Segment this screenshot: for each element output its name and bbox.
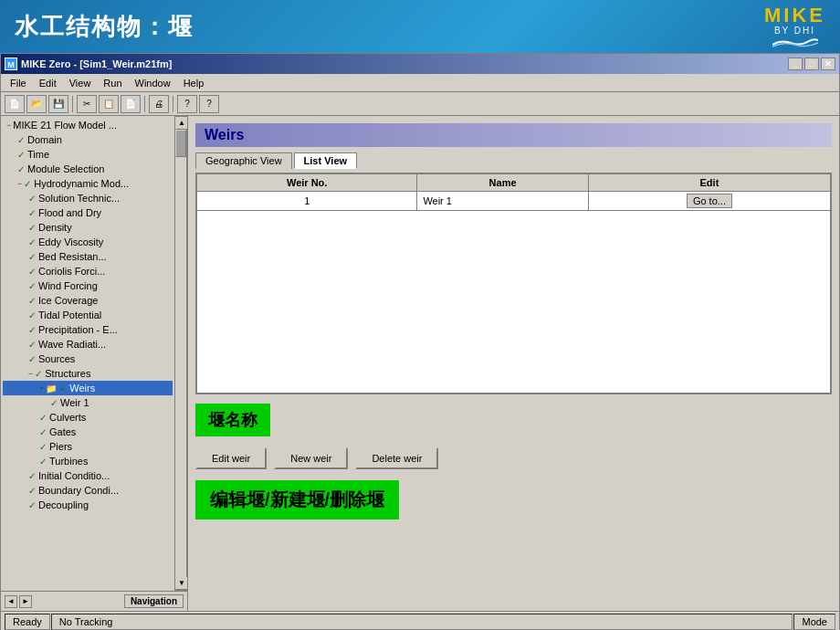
- wave-icon: [772, 37, 818, 48]
- bottom-buttons: Edit weir New weir Delete weir: [195, 447, 832, 469]
- tree-check-icon: ✓: [17, 135, 25, 145]
- help2-button[interactable]: ?: [199, 95, 219, 113]
- maximize-button[interactable]: □: [804, 58, 819, 70]
- col-name: Name: [417, 174, 588, 192]
- tree-item[interactable]: ✓Coriolis Forci...: [3, 264, 173, 278]
- save-button[interactable]: 💾: [48, 95, 68, 113]
- tree-item[interactable]: ✓Flood and Dry: [3, 205, 173, 220]
- tree-item[interactable]: ✓Weir 1: [3, 395, 173, 410]
- help-button[interactable]: ?: [177, 95, 197, 113]
- cell-weir-no: 1: [197, 192, 417, 211]
- tree-item[interactable]: +📁✓Weirs: [3, 381, 173, 395]
- cell-edit: Go to...: [588, 192, 830, 211]
- tree-item[interactable]: ✓Turbines: [3, 454, 173, 468]
- tree-panel: −MIKE 21 Flow Model ...✓Domain✓Time✓Modu…: [1, 116, 188, 611]
- table-row: 1 Weir 1 Go to...: [197, 192, 831, 211]
- tree-item[interactable]: ✓Tidal Potential: [3, 308, 173, 322]
- tree-item-label: Weir 1: [60, 397, 89, 408]
- title-bar: M MIKE Zero - [Sim1_Weir.m21fm] _ □ ✕: [1, 54, 839, 74]
- tree-item[interactable]: ✓Piers: [3, 439, 173, 454]
- menu-view[interactable]: View: [64, 77, 97, 89]
- tree-scrollbar[interactable]: ▲ ▼: [174, 116, 187, 591]
- tree-check-icon: ✓: [28, 340, 36, 350]
- tree-check-icon: ✓: [39, 413, 47, 423]
- tree-scroll[interactable]: −MIKE 21 Flow Model ...✓Domain✓Time✓Modu…: [1, 116, 174, 591]
- tree-item[interactable]: ✓Boundary Condi...: [3, 483, 173, 498]
- close-button[interactable]: ✕: [821, 58, 835, 70]
- tree-item-label: Flood and Dry: [38, 207, 101, 218]
- tree-item[interactable]: ✓Precipitation - E...: [3, 322, 173, 337]
- mike-logo-text: MIKE: [764, 5, 825, 26]
- col-weir-no: Weir No.: [197, 174, 417, 192]
- tree-item[interactable]: −MIKE 21 Flow Model ...: [3, 118, 173, 132]
- tree-item[interactable]: −✓Structures: [3, 366, 173, 381]
- panel-title: Weirs: [195, 123, 832, 147]
- annotation-actions-bubble: 编辑堰/新建堰/删除堰: [195, 480, 399, 520]
- menu-edit[interactable]: Edit: [34, 77, 62, 89]
- open-button[interactable]: 📂: [26, 95, 47, 113]
- tree-item-label: Structures: [45, 368, 90, 379]
- tree-check-icon: ✓: [24, 179, 31, 189]
- scroll-up-button[interactable]: ▲: [175, 117, 187, 130]
- new-weir-button[interactable]: New weir: [274, 447, 348, 469]
- tree-item-label: Solution Technic...: [38, 193, 120, 204]
- tree-item-label: Domain: [27, 134, 62, 145]
- tree-check-icon: ✓: [28, 237, 36, 247]
- tree-item[interactable]: ✓Eddy Viscosity: [3, 235, 173, 249]
- tree-item-label: Wave Radiati...: [38, 339, 106, 350]
- cell-weir-name: Weir 1: [417, 192, 588, 211]
- tree-check-icon: ✓: [28, 471, 36, 481]
- tree-check-icon: ✓: [17, 150, 25, 160]
- menu-run[interactable]: Run: [98, 77, 127, 89]
- tree-expand-icon: +: [39, 383, 44, 393]
- tree-item-label: Time: [27, 149, 49, 160]
- tree-item-label: Tidal Potential: [38, 310, 101, 320]
- tree-item[interactable]: ✓Domain: [3, 132, 173, 147]
- tree-item[interactable]: ✓Ice Coverage: [3, 293, 173, 308]
- tree-item[interactable]: ✓Sources: [3, 352, 173, 366]
- tree-item[interactable]: ✓Bed Resistan...: [3, 249, 173, 264]
- delete-weir-button[interactable]: Delete weir: [355, 447, 438, 469]
- minimize-button[interactable]: _: [788, 58, 803, 70]
- edit-weir-button[interactable]: Edit weir: [195, 447, 267, 469]
- copy-button[interactable]: 📋: [99, 95, 119, 113]
- tab-list-view[interactable]: List View: [294, 152, 357, 169]
- menu-bar: File Edit View Run Window Help: [1, 74, 839, 92]
- tree-item[interactable]: ✓Decoupling: [3, 498, 173, 512]
- tree-item[interactable]: −✓Hydrodynamic Mod...: [3, 176, 173, 191]
- tree-check-icon: ✓: [28, 281, 36, 291]
- new-file-button[interactable]: 📄: [5, 95, 25, 113]
- tree-item[interactable]: ✓Initial Conditio...: [3, 468, 173, 483]
- menu-help[interactable]: Help: [178, 77, 210, 89]
- empty-rows: [197, 211, 831, 394]
- scroll-down-button[interactable]: ▼: [175, 577, 187, 590]
- tree-item[interactable]: ✓Gates: [3, 425, 173, 439]
- tree-check-icon: ✓: [28, 194, 36, 204]
- menu-file[interactable]: File: [5, 77, 32, 89]
- nav-right-button[interactable]: ►: [19, 595, 32, 608]
- tree-item[interactable]: ✓Density: [3, 220, 173, 235]
- tree-item[interactable]: ✓Module Selection: [3, 162, 173, 176]
- tree-item-label: Bed Resistan...: [38, 251, 107, 262]
- menu-window[interactable]: Window: [130, 77, 176, 89]
- tree-item[interactable]: ✓Wind Forcing: [3, 278, 173, 293]
- scrollbar-thumb[interactable]: [175, 130, 186, 157]
- tree-item-label: Gates: [49, 426, 76, 437]
- paste-button[interactable]: 📄: [121, 95, 141, 113]
- tree-item-label: Culverts: [49, 412, 86, 423]
- status-tracking: No Tracking: [51, 614, 793, 630]
- tree-expand-icon: −: [17, 179, 22, 188]
- tree-expand-icon: −: [28, 369, 33, 378]
- nav-label[interactable]: Navigation: [124, 594, 184, 608]
- tree-item[interactable]: ✓Solution Technic...: [3, 191, 173, 205]
- print-button[interactable]: 🖨: [149, 95, 169, 113]
- tab-geographic-view[interactable]: Geographic View: [195, 152, 292, 169]
- nav-left-button[interactable]: ◄: [5, 595, 17, 608]
- status-mode: Mode: [793, 614, 835, 630]
- tree-item[interactable]: ✓Culverts: [3, 410, 173, 425]
- tree-item[interactable]: ✓Time: [3, 147, 173, 162]
- cut-button[interactable]: ✂: [77, 95, 97, 113]
- tree-item[interactable]: ✓Wave Radiati...: [3, 337, 173, 352]
- goto-button[interactable]: Go to...: [687, 194, 732, 208]
- tree-item-label: Boundary Condi...: [38, 485, 119, 496]
